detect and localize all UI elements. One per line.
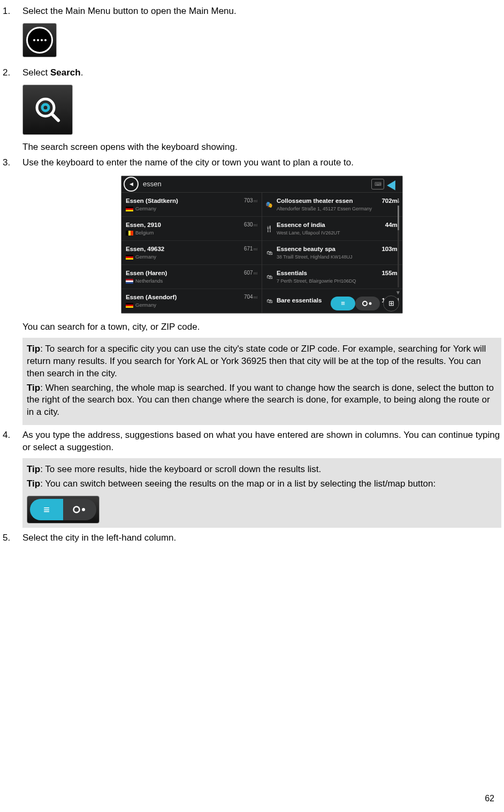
svg-line-2 [52,114,58,120]
flag-icon [126,279,133,284]
poi-icon: 🛍 [265,297,273,305]
svg-point-5 [74,507,80,513]
flag-icon [126,255,133,260]
back-icon[interactable]: ◂ [124,177,139,192]
svg-point-4 [369,302,372,305]
search-icon-figure [22,85,73,135]
keyboard-toggle-icon[interactable]: ⊞ [383,295,399,312]
step-followup: You can search for a town, city, or ZIP … [22,321,501,333]
list-map-button-figure: ≡ [27,496,100,523]
step-2: 2. Select Search. The search screen open… [3,67,501,154]
results-poi-column: 🎭 Collosseum theater essen702miAltendorf… [262,193,402,314]
step-text-after: . [81,67,83,78]
place-result[interactable]: Essen, 2910630mi Belgium [121,217,262,241]
tip-text: : To see more results, hide the keyboard… [40,464,321,474]
step-number: 5. [3,532,10,544]
svg-point-6 [82,508,85,511]
poi-result[interactable]: 🎭 Collosseum theater essen702miAltendorf… [262,193,402,217]
tip-box: Tip: To see more results, hide the keybo… [22,458,501,528]
tip-box: Tip: To search for a specific city you c… [22,338,501,426]
results-places-column: Essen (Stadtkern)703mi Germany Essen, 29… [121,193,262,314]
flag-icon [126,303,133,308]
place-result[interactable]: Essen (Stadtkern)703mi Germany [121,193,262,217]
view-toggle: ≡ ⊞ [331,295,399,312]
flag-icon [126,231,133,236]
tip-text: : You can switch between seeing the resu… [40,479,436,489]
poi-icon: 🛍 [265,249,273,256]
flag-icon [126,207,133,211]
search-results-screenshot: ◂ essen ⌨ Essen (Stadtkern)703mi Germany… [121,176,403,314]
step-3: 3. Use the keyboard to enter the name of… [3,157,501,426]
poi-icon: 🛍 [265,273,273,280]
step-number: 1. [3,5,10,18]
list-view-icon: ≡ [30,499,63,520]
tip-text: : When searching, the whole map is searc… [27,383,494,418]
map-view-button[interactable] [355,297,380,310]
step-text-before: Select [22,67,50,78]
step-5: 5. Select the city in the left-hand colu… [3,532,501,544]
step-text: As you type the address, suggestions bas… [22,430,500,452]
svg-point-3 [363,301,367,306]
step-text: Select the Main Menu button to open the … [22,6,236,16]
step-number: 4. [3,429,10,442]
step-4: 4. As you type the address, suggestions … [3,429,501,528]
svg-point-1 [42,104,49,111]
step-text: Select the city in the left-hand column. [22,533,176,543]
poi-result[interactable]: 🍴 Essence of india44miWest Lane, Ullapoo… [262,217,402,241]
keyboard-icon[interactable]: ⌨ [371,179,384,189]
nav-arrow-icon[interactable] [387,178,400,190]
tip-label: Tip [27,479,40,489]
place-result[interactable]: Essen (Haren)607mi Netherlands [121,265,262,289]
poi-icon: 🍴 [265,225,273,232]
poi-icon: 🎭 [265,201,273,208]
tip-label: Tip [27,344,40,354]
step-text-bold: Search [50,67,81,78]
poi-result[interactable]: 🛍 Essence beauty spa103mi38 Traill Stree… [262,241,402,265]
tip-text: : To search for a specific city you can … [27,344,486,378]
step-text: Use the keyboard to enter the name of th… [22,157,354,168]
step-number: 2. [3,67,10,79]
scrollbar[interactable]: ▲▼ [395,197,401,297]
main-menu-icon-figure [22,23,57,57]
poi-result[interactable]: 🛍 Essentials155mi7 Perth Street, Blairgo… [262,265,402,289]
search-query[interactable]: essen [143,179,367,189]
map-view-icon [63,499,96,520]
tip-label: Tip [27,383,40,393]
step-followup: The search screen opens with the keyboar… [22,141,501,154]
place-result[interactable]: Essen, 49632671mi Germany [121,241,262,265]
search-icon [33,95,63,125]
place-result[interactable]: Essen (Asendorf)704mi Germany [121,289,262,313]
main-menu-icon [26,27,53,54]
list-view-button[interactable]: ≡ [331,297,355,310]
tip-label: Tip [27,464,40,474]
step-1: 1. Select the Main Menu button to open t… [3,5,501,64]
step-number: 3. [3,157,10,169]
